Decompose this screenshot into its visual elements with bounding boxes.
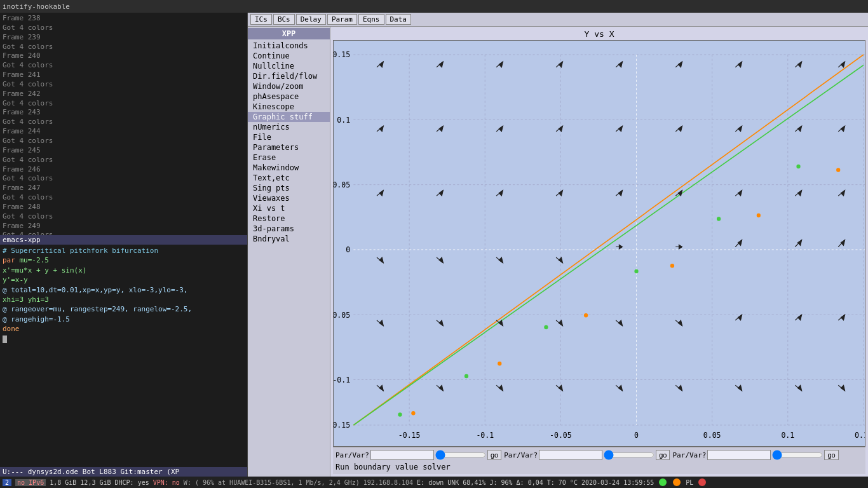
par-var-slider-1[interactable]: [604, 451, 654, 459]
network-info: W: ( 96% at HUAWEI-B315-6BS1, 1 Mb/s, 2,…: [184, 479, 413, 486]
emacs-status-text: U:--- dynsys2d.ode Bot L883 Git:master (…: [3, 468, 179, 476]
menu-item-file[interactable]: File: [248, 132, 330, 142]
disk-info: 12,3 GiB: [80, 479, 111, 486]
xpp-menu-items: InitialcondsContinueNullclineDir.field/f…: [248, 41, 330, 244]
right-panel: ICsBCsDelayParamEqnsData XPP Initialcond…: [248, 13, 868, 477]
menu-item-continue[interactable]: Continue: [248, 51, 330, 61]
menu-item-graphic-stuff[interactable]: Graphic stuff: [248, 112, 330, 122]
par-var-input-1[interactable]: [539, 450, 602, 460]
menu-item-xi-vs-t[interactable]: Xi vs t: [248, 203, 330, 214]
emacs-code-line: par mu=-2.5: [3, 255, 245, 265]
emacs-content[interactable]: # Supercritical pitchfork bifurcationpar…: [0, 245, 247, 467]
par-var-go-0[interactable]: go: [487, 450, 501, 460]
toolbar-button-delay[interactable]: Delay: [296, 14, 326, 25]
mode-indicator: 2: [3, 479, 11, 486]
par-var-input-0[interactable]: [370, 450, 434, 460]
terminal-line: Frame 241: [3, 71, 245, 80]
terminal-line: Got 4 colors: [3, 156, 245, 165]
menu-item-kinescope[interactable]: Kinescope: [248, 102, 330, 112]
svg-point-141: [544, 325, 548, 330]
title-bar: inotify-hookable: [0, 0, 868, 13]
dhcp-info: DHCP: yes: [115, 479, 149, 486]
menu-item-makewindow[interactable]: Makewindow: [248, 163, 330, 173]
emacs-code-line: xhi=3 yhi=3: [3, 295, 245, 304]
par-var-label-0: Par/Var?: [336, 451, 369, 459]
terminal-line: Got 4 colors: [3, 99, 245, 109]
xpp-toolbar: ICsBCsDelayParamEqnsData: [248, 13, 868, 27]
svg-text:-0.05: -0.05: [334, 310, 350, 319]
svg-text:0: 0: [346, 245, 350, 254]
memory-info: 1,8 GiB: [50, 479, 76, 486]
left-panel: Frame 238Got 4 colorsFrame 239Got 4 colo…: [0, 13, 248, 477]
par-var-go-2[interactable]: go: [824, 450, 838, 460]
terminal-line: Frame 247: [3, 184, 245, 193]
svg-text:0: 0: [634, 431, 639, 440]
emacs-code-line: done: [3, 324, 245, 334]
svg-point-147: [584, 313, 588, 318]
par-var-group-1: Par/Var? go: [504, 450, 670, 460]
menu-item-numerics[interactable]: nUmerics: [248, 122, 330, 132]
svg-text:0.15: 0.15: [334, 50, 350, 59]
terminal-line: Frame 239: [3, 33, 245, 43]
terminal-output: Frame 238Got 4 colorsFrame 239Got 4 colo…: [0, 13, 247, 235]
toolbar-button-data[interactable]: Data: [386, 14, 412, 25]
menu-item-restore[interactable]: Restore: [248, 214, 330, 224]
svg-text:0.15: 0.15: [855, 431, 865, 440]
svg-point-140: [465, 374, 468, 379]
main-container: inotify-hookable Frame 238Got 4 colorsFr…: [0, 0, 868, 488]
svg-text:0.1: 0.1: [781, 431, 794, 440]
vpn-info: VPN: no: [153, 479, 180, 486]
menu-item-nullcline[interactable]: Nullcline: [248, 61, 330, 71]
menu-item-parameters[interactable]: Parameters: [248, 142, 330, 152]
par-var-slider-0[interactable]: [435, 451, 486, 459]
terminal-line: Got 4 colors: [3, 193, 245, 203]
svg-point-139: [398, 412, 402, 417]
emacs-code-line: @ rangeover=mu, rangestep=249, rangelow=…: [3, 304, 245, 314]
indicator-green: [659, 478, 667, 486]
bvp-label: Run boundary value solver: [336, 463, 863, 471]
toolbar-button-param[interactable]: Param: [327, 14, 357, 25]
svg-text:-0.1: -0.1: [334, 376, 350, 384]
menu-item-window-zoom[interactable]: Window/zoom: [248, 81, 330, 92]
xpp-body: XPP InitialcondsContinueNullclineDir.fie…: [248, 27, 868, 477]
menu-item-bndryval[interactable]: Bndryval: [248, 234, 330, 244]
menu-item-erase[interactable]: Erase: [248, 152, 330, 163]
terminal-line: Frame 238: [3, 14, 245, 24]
content-area: Frame 238Got 4 colorsFrame 239Got 4 colo…: [0, 13, 868, 477]
terminal-line: Frame 246: [3, 165, 245, 175]
par-var-go-1[interactable]: go: [656, 450, 670, 460]
emacs-code-line: x'=mu*x + y + sin(x): [3, 266, 245, 275]
temp-info: T: 70 °C: [547, 479, 578, 486]
menu-item-3d-params[interactable]: 3d-params: [248, 224, 330, 234]
svg-text:-0.15: -0.15: [398, 431, 421, 440]
terminal-line: Got 4 colors: [3, 80, 245, 90]
svg-point-143: [717, 217, 721, 221]
svg-text:-0.1: -0.1: [476, 431, 494, 440]
emacs-code-line: @ total=10,dt=0.01,xp=x,yp=y, xlo=-3,ylo…: [3, 285, 245, 295]
toolbar-button-eqns[interactable]: Eqns: [358, 14, 384, 25]
system-status-bar: 2 no IPv6 1,8 GiB 12,3 GiB DHCP: yes VPN…: [0, 477, 868, 488]
par-var-group-2: Par/Var? go: [672, 450, 838, 460]
menu-item-phasespace[interactable]: phAsespace: [248, 92, 330, 102]
par-var-slider-2[interactable]: [772, 451, 823, 459]
menu-item-text-etc[interactable]: Text,etc: [248, 173, 330, 183]
cpu-info: UNK 68,41%: [447, 479, 485, 486]
menu-item-viewaxes[interactable]: Viewaxes: [248, 193, 330, 203]
svg-point-144: [796, 165, 800, 169]
terminal-line: Frame 242: [3, 90, 245, 99]
menu-item-sing-pts[interactable]: Sing pts: [248, 183, 330, 193]
eth-info: E: down: [417, 479, 444, 486]
emacs-bar-label: emacs-xpp: [3, 236, 41, 244]
svg-point-146: [498, 362, 501, 366]
par-var-input-2[interactable]: [707, 450, 771, 460]
par-var-label-1: Par/Var?: [504, 451, 538, 459]
bottom-controls: Par/Var? go Par/Var? go Par/Var? go Run …: [333, 447, 865, 474]
delta-info: Δ: 0,04: [517, 479, 543, 486]
svg-text:0.05: 0.05: [703, 431, 721, 440]
toolbar-button-bcs[interactable]: BCs: [273, 14, 295, 25]
toolbar-button-ics[interactable]: ICs: [250, 14, 272, 25]
terminal-line: Got 4 colors: [3, 231, 245, 235]
menu-item-dir-field-flow[interactable]: Dir.field/flow: [248, 71, 330, 81]
menu-item-initialconds[interactable]: Initialconds: [248, 41, 330, 51]
terminal-line: Frame 240: [3, 51, 245, 61]
